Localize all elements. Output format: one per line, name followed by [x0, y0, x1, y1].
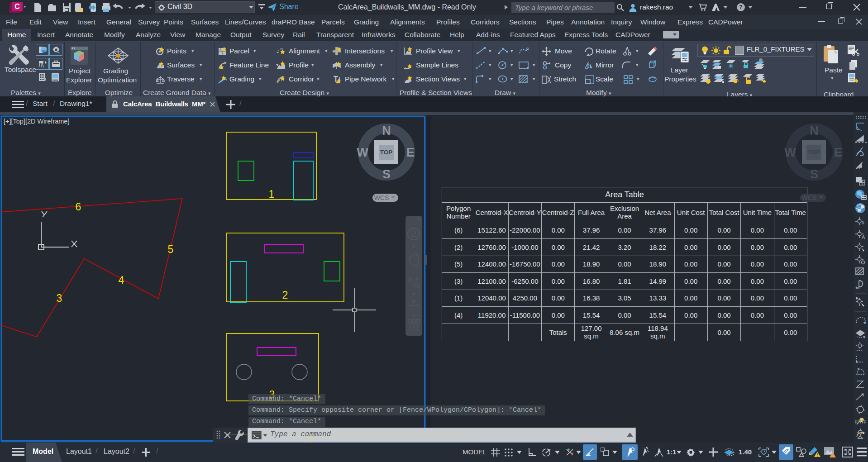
- svg-text:N: N: [382, 124, 391, 138]
- svg-text:A: A: [862, 234, 865, 240]
- svg-text:N: N: [810, 124, 819, 138]
- svg-text:!: !: [816, 452, 818, 457]
- svg-text:E: E: [406, 146, 415, 159]
- svg-text:W: W: [784, 146, 796, 159]
- svg-text:2: 2: [282, 289, 288, 301]
- svg-text:WCS: WCS: [802, 194, 817, 201]
- svg-text:1: 1: [269, 188, 275, 200]
- svg-text:E: E: [834, 146, 842, 159]
- svg-text:C: C: [14, 3, 20, 10]
- svg-text:S: S: [810, 167, 818, 181]
- svg-text:TOP: TOP: [380, 149, 393, 156]
- svg-text:3: 3: [57, 292, 62, 304]
- svg-text:S: S: [382, 167, 391, 181]
- svg-text:W: W: [357, 146, 368, 159]
- svg-text:5: 5: [168, 243, 174, 255]
- svg-text:WCS: WCS: [374, 194, 389, 201]
- svg-text:4: 4: [119, 274, 124, 286]
- svg-text:TOP: TOP: [808, 149, 820, 156]
- svg-text:6: 6: [76, 201, 81, 213]
